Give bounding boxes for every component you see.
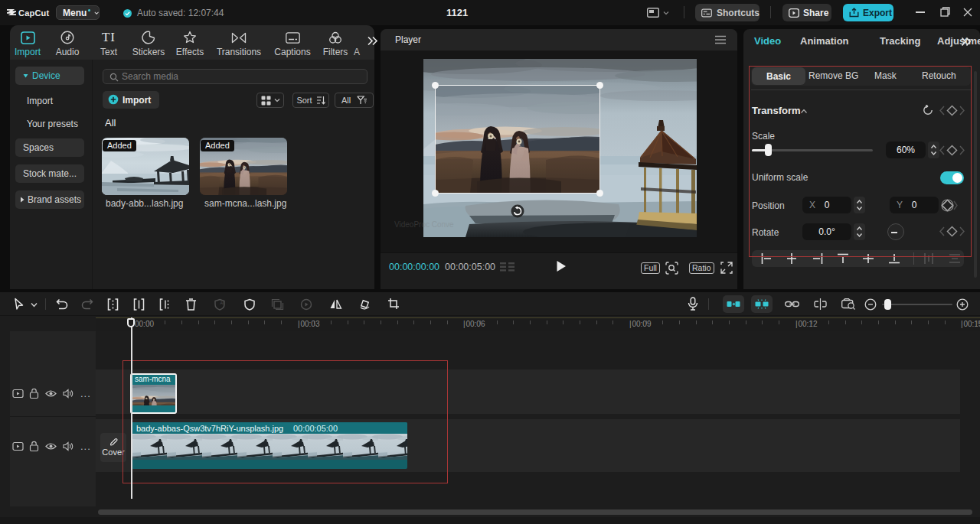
svg-text:AI: AI xyxy=(220,301,224,305)
